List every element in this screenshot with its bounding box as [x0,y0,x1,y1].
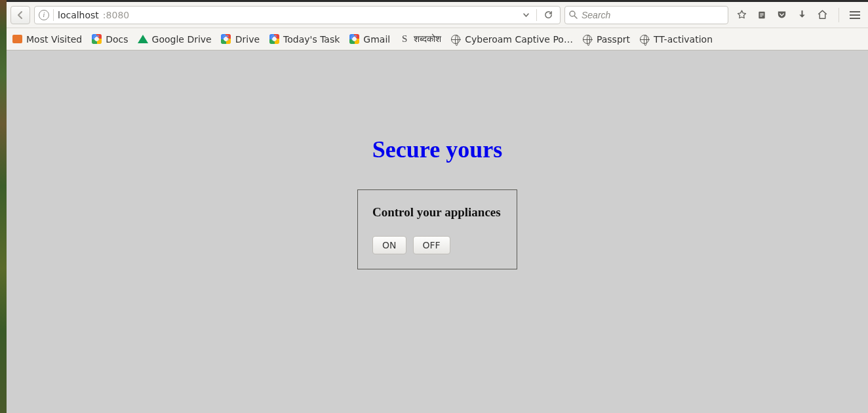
bookmark-item[interactable]: Passprt [582,34,630,45]
page-title: Secure yours [7,136,868,163]
url-host: localhost [58,10,99,20]
bookmark-label: Passprt [597,34,630,45]
pocket-icon[interactable] [776,9,787,20]
bookmark-item[interactable]: Cyberoam Captive Po… [450,34,573,45]
svg-line-1 [574,16,577,18]
svg-rect-3 [760,13,763,14]
urlbar-separator [53,9,54,21]
bookmark-label: Google Drive [152,34,212,45]
bookmark-label: Drive [235,34,260,45]
on-button[interactable]: ON [372,236,406,254]
home-icon[interactable] [817,9,828,20]
google-icon [91,34,102,45]
bookmark-item[interactable]: Google Drive [138,34,212,45]
bookmark-label: Cyberoam Captive Po… [465,34,573,45]
toolbar-icons [732,8,864,22]
menu-button[interactable] [850,11,860,19]
bookmark-item[interactable]: Gmail [349,34,390,45]
globe-icon [639,34,650,45]
bookmark-label: Today's Task [283,34,340,45]
bookmark-item[interactable]: Most Visited [12,34,82,45]
downloads-icon[interactable] [797,9,808,20]
browser-chrome: i localhost:8080 [7,2,868,50]
page-viewport: Secure yours Control your appliances ON … [7,50,868,413]
toolbar-separator [838,8,839,22]
globe-icon [450,34,461,45]
url-bar[interactable]: i localhost:8080 [34,6,561,24]
url-port: :8080 [103,10,129,20]
google-icon [269,34,279,45]
back-button[interactable] [10,6,30,24]
bookmark-label: Most Visited [26,34,82,45]
reload-button[interactable] [541,10,556,20]
bookmark-star-icon[interactable] [736,9,747,20]
nav-toolbar: i localhost:8080 [7,2,868,28]
bookmark-label: Gmail [363,34,390,45]
bookmark-label: TT-activation [654,34,713,45]
urlbar-separator-2 [536,9,537,21]
off-button[interactable]: OFF [413,236,450,254]
google-icon [221,34,231,45]
bookmark-item[interactable]: TT-activation [639,34,713,45]
card-heading: Control your appliances [372,205,503,220]
bookmark-label: Docs [106,34,128,45]
urlbar-dropdown-icon[interactable] [520,11,532,18]
drive-icon [138,34,148,45]
bookmark-item[interactable]: Drive [221,34,260,45]
hamburger-icon [850,11,860,19]
search-input[interactable] [582,10,724,20]
bookmark-item[interactable]: Docs [91,34,128,45]
bookmark-label: शब्दकोश [414,33,441,45]
google-icon [349,34,359,45]
globe-icon [582,34,593,45]
bookmark-item[interactable]: Sशब्दकोश [399,33,441,45]
search-bar[interactable] [564,6,728,24]
button-row: ON OFF [372,236,503,254]
site-info-icon[interactable]: i [39,10,49,20]
svg-rect-5 [760,16,762,16]
os-launcher-sliver [0,0,7,413]
bookmarks-bar: Most VisitedDocsGoogle DriveDriveToday's… [7,28,868,50]
search-icon [569,10,578,19]
most-visited-icon [12,34,22,45]
svg-rect-4 [760,14,763,15]
control-card: Control your appliances ON OFF [357,189,517,269]
bookmark-item[interactable]: Today's Task [269,34,340,45]
reading-list-icon[interactable] [757,10,767,20]
shabdkosh-icon: S [399,34,410,45]
